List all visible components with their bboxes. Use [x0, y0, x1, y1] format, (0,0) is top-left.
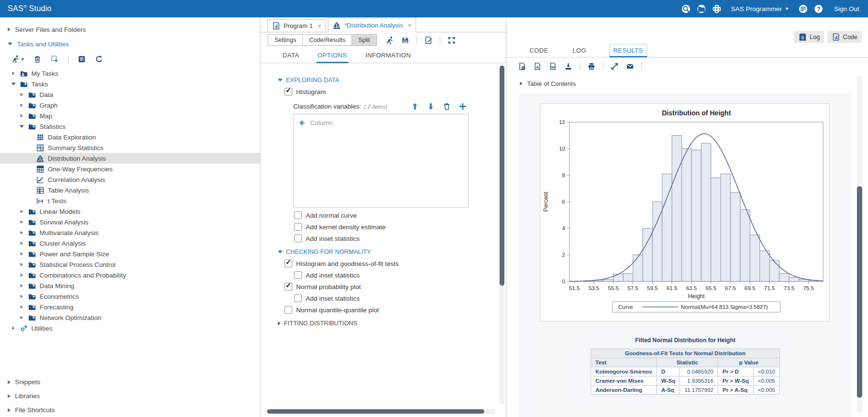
- expand-icon[interactable]: [19, 263, 25, 266]
- expand-icon[interactable]: [11, 326, 16, 330]
- download-rtf-button[interactable]: W: [549, 62, 557, 70]
- sign-out-button[interactable]: Sign Out: [834, 5, 859, 13]
- print-button[interactable]: [587, 62, 596, 70]
- expand-icon[interactable]: [19, 220, 25, 224]
- split-button[interactable]: Split: [352, 34, 377, 46]
- sidebar-item-table-analysis[interactable]: ΣTable Analysis: [0, 185, 260, 195]
- folder-icon[interactable]: [697, 5, 705, 13]
- sidebar-item-map[interactable]: Map: [0, 111, 260, 121]
- delete-task-button[interactable]: [33, 55, 41, 63]
- checkbox-add-kernel-density-estimate[interactable]: Add kernel density estimate: [294, 223, 498, 231]
- expand-icon[interactable]: [19, 294, 25, 298]
- expand-icon[interactable]: [19, 241, 25, 245]
- checkbox-normal-probability-plot[interactable]: Normal probability plot: [285, 283, 498, 291]
- server-list-icon[interactable]: [799, 5, 807, 13]
- save-button[interactable]: [401, 36, 409, 44]
- section-header-checking-for-normality[interactable]: CHECKING FOR NORMALITY: [278, 248, 498, 255]
- expand-icon[interactable]: [19, 252, 25, 256]
- maximize-button[interactable]: [448, 36, 456, 44]
- checkbox-add-inset-statistics[interactable]: Add inset statistics: [294, 294, 498, 302]
- expand-icon[interactable]: [19, 231, 25, 235]
- sidebar-item-correlation-analysis[interactable]: Correlation Analysis: [0, 174, 260, 185]
- open-new-window-button[interactable]: [610, 62, 619, 70]
- expand-icon[interactable]: [19, 273, 25, 277]
- scrollbar-thumb[interactable]: [857, 186, 862, 398]
- tab-distribution-analysis[interactable]: *Distribution Analysis×: [328, 18, 416, 32]
- tab-code[interactable]: CODE: [529, 44, 549, 57]
- sidebar-item-multivariate-analysis[interactable]: Multivariate Analysis: [0, 227, 260, 238]
- expand-icon[interactable]: [19, 93, 25, 97]
- checkbox-normal-quantile-quantile-plot[interactable]: Normal quantile-quantile plot: [285, 306, 498, 314]
- checkbox-add-inset-statistics[interactable]: Add inset statistics: [294, 271, 498, 279]
- sidebar-section-file-shortcuts[interactable]: File Shortcuts: [0, 403, 260, 417]
- help-icon[interactable]: ?: [814, 5, 823, 13]
- email-button[interactable]: [626, 62, 634, 70]
- sidebar-item-network-optimization[interactable]: Network Optimization: [0, 312, 260, 323]
- tab-log[interactable]: LOG: [571, 44, 587, 57]
- scrollbar-thumb[interactable]: [500, 66, 504, 286]
- checkbox-add-inset-statistics[interactable]: Add inset statistics: [294, 235, 498, 242]
- run-button[interactable]: [386, 36, 394, 44]
- expand-icon[interactable]: [19, 284, 25, 288]
- sidebar-item-statistics[interactable]: Statistics: [0, 121, 260, 132]
- checkbox-histogram[interactable]: Histogram: [285, 88, 498, 96]
- code-button[interactable]: Code: [827, 31, 862, 43]
- collapse-icon[interactable]: [11, 83, 16, 85]
- new-task-button[interactable]: [12, 55, 24, 63]
- sidebar-item-data[interactable]: Data: [0, 89, 260, 100]
- delete-button[interactable]: [443, 102, 451, 111]
- scrollbar-thumb[interactable]: [267, 409, 484, 414]
- checkbox-histogram-and-goodness-of-fit-tests[interactable]: Histogram and goodness-of-fit tests: [285, 260, 498, 267]
- sidebar-item-distribution-analysis[interactable]: Distribution Analysis: [0, 153, 260, 164]
- tab-results[interactable]: RESULTS: [610, 44, 647, 57]
- sidebar-item-survival-analysis[interactable]: Survival Analysis: [0, 217, 260, 227]
- select-task-button[interactable]: [51, 55, 59, 63]
- sidebar-item-one-way-frequencies[interactable]: One-Way Frequencies: [0, 164, 260, 174]
- sidebar-item-t-tests[interactable]: t Tests: [0, 195, 260, 206]
- sidebar-item-graph[interactable]: Graph: [0, 100, 260, 111]
- code-results-button[interactable]: Code/Results: [302, 34, 352, 46]
- search-icon[interactable]: [682, 5, 690, 13]
- sidebar-item-my-tasks[interactable]: My Tasks: [0, 68, 260, 79]
- download-button[interactable]: [564, 62, 572, 70]
- move-down-button[interactable]: [427, 102, 435, 111]
- user-menu[interactable]: SAS Programmer: [731, 5, 789, 13]
- move-up-button[interactable]: [411, 102, 419, 111]
- clear-button[interactable]: [424, 36, 433, 44]
- close-icon[interactable]: ×: [318, 22, 322, 29]
- checkbox-add-normal-curve[interactable]: Add normal curve: [294, 211, 498, 219]
- sidebar-item-summary-statistics[interactable]: Summary Statistics: [0, 142, 260, 153]
- section-header-fitting-distributions[interactable]: FITTING DISTRIBUTIONS: [278, 320, 498, 327]
- sidebar-section-snippets[interactable]: Snippets: [0, 375, 260, 389]
- expand-icon[interactable]: [19, 114, 25, 118]
- sidebar-item-forecasting[interactable]: Forecasting: [0, 302, 260, 312]
- expand-icon[interactable]: [19, 316, 25, 320]
- section-header-exploring-data[interactable]: EXPLORING DATA: [278, 76, 498, 83]
- sidebar-item-econometrics[interactable]: Econometrics: [0, 291, 260, 302]
- sidebar-item-data-exploration[interactable]: Data Exploration: [0, 132, 260, 142]
- sidebar-item-statistical-process-control[interactable]: Statistical Process Control: [0, 259, 260, 270]
- close-icon[interactable]: ×: [408, 22, 412, 29]
- sidebar-section-tasks-utilities[interactable]: Tasks and Utilities: [0, 37, 260, 51]
- collapse-icon[interactable]: [19, 125, 25, 128]
- sidebar-item-utilities[interactable]: Utilities: [0, 323, 260, 334]
- expand-icon[interactable]: [19, 103, 25, 107]
- refresh-button[interactable]: [95, 55, 103, 63]
- download-html-button[interactable]: [518, 62, 526, 70]
- sidebar-item-tasks[interactable]: Tasks: [0, 79, 260, 89]
- sidebar-item-linear-models[interactable]: Linear Models: [0, 206, 260, 217]
- add-button[interactable]: [459, 102, 467, 111]
- classification-variables-listbox[interactable]: Column: [293, 114, 469, 208]
- expand-icon[interactable]: [19, 209, 25, 213]
- expand-icon[interactable]: [11, 71, 16, 75]
- download-pdf-button[interactable]: A: [533, 62, 542, 70]
- subtab-data[interactable]: DATA: [283, 48, 299, 63]
- sidebar-section-server-files[interactable]: Server Files and Folders: [0, 22, 260, 37]
- tab-program-1[interactable]: Program 1×: [267, 19, 326, 32]
- sidebar-item-data-mining[interactable]: Data Mining: [0, 280, 260, 291]
- log-button[interactable]: Log: [794, 31, 824, 43]
- sidebar-section-libraries[interactable]: Libraries: [0, 389, 260, 403]
- subtab-information[interactable]: INFORMATION: [366, 48, 411, 63]
- sidebar-item-power-and-sample-size[interactable]: Power and Sample Size: [0, 249, 260, 259]
- sidebar-item-cluster-analysis[interactable]: Cluster Analysis: [0, 238, 260, 249]
